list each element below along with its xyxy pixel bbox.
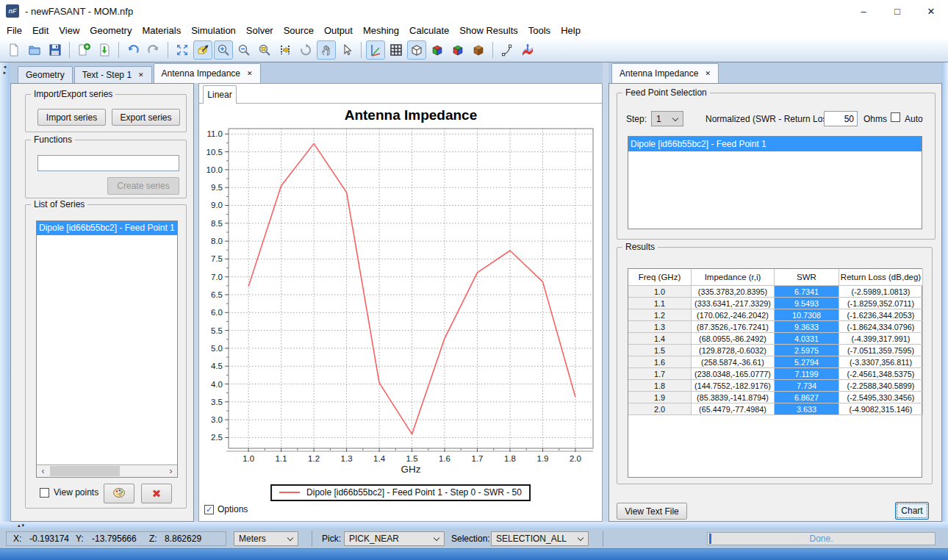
results-cell: 2.5975 [775, 345, 839, 356]
scroll-track[interactable] [49, 465, 165, 477]
right-splitter-strip[interactable] [942, 62, 948, 522]
menu-show-results[interactable]: Show Results [454, 23, 523, 38]
menu-source[interactable]: Source [279, 23, 319, 38]
close-button[interactable]: ✕ [914, 0, 948, 22]
results-table: Freq (GHz)Impedance (r,i)SWRReturn Loss … [628, 268, 922, 478]
zoom-out-icon[interactable] [234, 40, 254, 60]
solid-cube-rgb-icon[interactable] [428, 40, 447, 60]
window-bottom-edge [0, 548, 948, 560]
save-icon[interactable] [46, 40, 65, 60]
svg-text:1.1: 1.1 [276, 454, 287, 463]
pick-dropdown[interactable]: PICK_NEAR [344, 531, 445, 546]
tab-text-step-1[interactable]: Text - Step 1✕ [74, 66, 152, 83]
delete-series-button[interactable]: ✖ [141, 484, 172, 503]
scroll-right-icon[interactable]: › [165, 465, 177, 477]
delete-icon: ✖ [152, 487, 162, 500]
rotate-view-icon[interactable] [296, 40, 315, 60]
feed-point-list[interactable]: Dipole [id66b55bc2] - Feed Point 1 [628, 136, 922, 229]
results-row[interactable]: 1.2(170.062,-246.2042)10.7308(-1.6236,34… [628, 309, 922, 321]
select-face-icon[interactable] [193, 40, 212, 60]
results-row[interactable]: 1.3(87.3526,-176.7241)9.3633(-1.8624,334… [628, 321, 922, 333]
scroll-left-icon[interactable]: ‹ [37, 465, 49, 477]
import-series-button[interactable]: Import series [37, 109, 106, 126]
menu-meshing[interactable]: Meshing [358, 23, 404, 38]
menu-edit[interactable]: Edit [27, 23, 54, 38]
series-list[interactable]: Dipole [id66b55bc2] - Feed Point 1 - Ste… [36, 220, 178, 478]
feed-point-list-item[interactable]: Dipole [id66b55bc2] - Feed Point 1 [628, 137, 922, 151]
solid-cube-brown-icon[interactable] [469, 40, 488, 60]
redo-icon[interactable] [144, 40, 163, 60]
view-points-checkbox[interactable] [40, 488, 49, 498]
undo-icon[interactable] [123, 40, 143, 60]
results-row[interactable]: 2.0(65.4479,-77.4984)3.633(-4.9082,315.1… [628, 403, 922, 415]
view-text-file-button[interactable]: View Text File [617, 503, 687, 520]
results-row[interactable]: 1.4(68.0955,-86.2492)4.0331(-4.399,317.9… [628, 333, 922, 345]
svg-text:4.5: 4.5 [211, 362, 223, 370]
tab-linear[interactable]: Linear [203, 85, 237, 104]
axes-view-icon[interactable] [366, 40, 385, 60]
zoom-in-icon[interactable] [214, 40, 233, 60]
auto-checkbox[interactable] [891, 112, 900, 122]
close-icon[interactable]: ✕ [247, 70, 253, 77]
results-row[interactable]: 1.0(335.3783,20.8395)6.7341(-2.5989,1.08… [628, 286, 922, 298]
units-value: Meters [239, 534, 266, 544]
results-cell: 7.1199 [775, 368, 839, 380]
tab-antenna-impedance[interactable]: Antenna Impedance✕ [154, 63, 261, 83]
menu-simulation[interactable]: Simulation [186, 23, 241, 38]
step-dropdown[interactable]: 1 [651, 111, 683, 126]
export-series-button[interactable]: Export series [112, 109, 180, 126]
results-row[interactable]: 1.5(129.8728,-0.6032)2.5975(-7.0511,359.… [628, 345, 922, 356]
solid-cube-rgb2-icon[interactable] [448, 40, 467, 60]
results-cell: (144.7552,-182.9176) [692, 380, 775, 392]
radiation-pattern-icon[interactable] [518, 40, 537, 60]
minimize-button[interactable]: – [847, 0, 880, 22]
menu-geometry[interactable]: Geometry [85, 23, 137, 38]
open-folder-icon[interactable] [25, 40, 44, 60]
results-row[interactable]: 1.1(333.6341,-217.3329)9.5493(-1.8259,35… [628, 298, 922, 309]
series-list-item[interactable]: Dipole [id66b55bc2] - Feed Point 1 - Ste [37, 221, 177, 235]
menu-tools[interactable]: Tools [523, 23, 556, 38]
tab-geometry[interactable]: Geometry [18, 66, 73, 83]
results-row[interactable]: 1.6(258.5874,-36.61)5.2794(-3.3307,356.8… [628, 356, 922, 368]
chart-button[interactable]: Chart [895, 502, 929, 520]
results-row[interactable]: 1.9(85.3839,-141.8794)6.8627(-2.5495,330… [628, 392, 922, 403]
results-cell: 1.8 [628, 380, 692, 392]
chart-x-axis-label: GHz [401, 464, 421, 475]
close-icon[interactable]: ✕ [138, 71, 144, 79]
options-checkbox[interactable]: ✓ [204, 505, 214, 514]
series-list-hscrollbar[interactable]: ‹ › [37, 464, 177, 477]
menu-help[interactable]: Help [556, 23, 586, 38]
menu-output[interactable]: Output [319, 23, 358, 38]
cursor-select-icon[interactable] [337, 40, 356, 60]
selection-dropdown[interactable]: SELECTION_ALL [491, 531, 589, 546]
tab-right-antenna-impedance[interactable]: Antenna Impedance✕ [611, 63, 719, 83]
menu-view[interactable]: View [54, 23, 85, 38]
create-series-button[interactable]: Create series [107, 177, 179, 195]
scroll-thumb[interactable] [50, 466, 120, 476]
units-dropdown[interactable]: Meters [234, 531, 298, 546]
menu-file[interactable]: File [1, 23, 27, 38]
results-row[interactable]: 1.7(238.0348,-165.0777)7.1199(-2.4561,34… [628, 368, 922, 380]
results-row[interactable]: 1.8(144.7552,-182.9176)7.734(-2.2588,340… [628, 380, 922, 392]
pan-view-icon[interactable] [317, 40, 336, 60]
new-series-file-icon[interactable] [74, 40, 93, 60]
fit-view-icon[interactable] [173, 40, 192, 60]
wireframe-cube-icon[interactable] [407, 40, 426, 60]
series-color-button[interactable] [104, 484, 134, 503]
maximize-button[interactable]: □ [880, 0, 914, 22]
zoom-window-icon[interactable] [255, 40, 274, 60]
grid-view-icon[interactable] [387, 40, 406, 60]
menu-solver[interactable]: Solver [241, 23, 279, 38]
results-cell: (-3.3307,356.811) [839, 356, 923, 368]
horizontal-splitter[interactable]: ▴ ▾ [0, 522, 948, 529]
normalized-input[interactable] [824, 111, 858, 126]
menu-materials[interactable]: Materials [137, 23, 186, 38]
step-forward-icon[interactable] [276, 40, 295, 60]
new-file-icon[interactable] [4, 40, 24, 60]
menu-calculate[interactable]: Calculate [404, 23, 454, 38]
left-splitter-strip[interactable]: ◂▸ [0, 62, 10, 522]
curve-tool-icon[interactable] [498, 40, 517, 60]
close-icon[interactable]: ✕ [705, 70, 711, 77]
import-series-icon[interactable] [95, 40, 114, 60]
function-input[interactable] [37, 155, 179, 171]
